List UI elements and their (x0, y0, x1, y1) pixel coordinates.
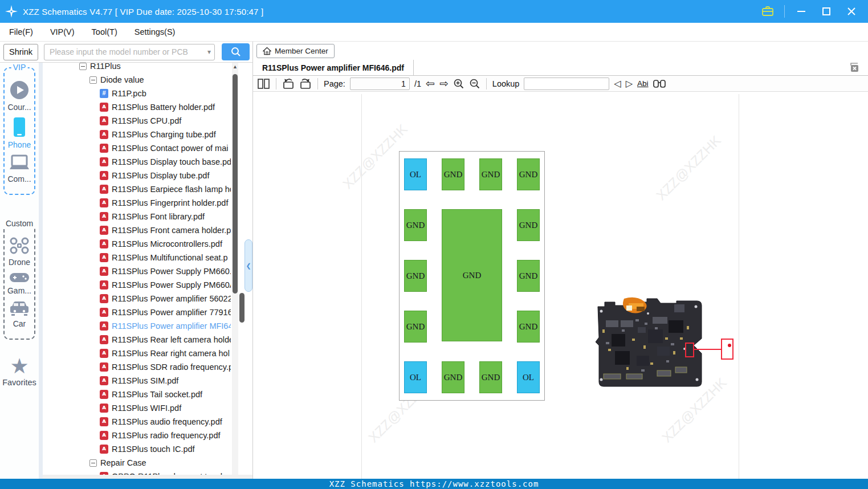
collapse-minus-icon[interactable] (89, 459, 97, 467)
zoom-in-icon[interactable] (453, 78, 464, 89)
tree-item[interactable]: R11SPlus Front camera holder.p (43, 223, 231, 237)
tree-item[interactable]: R11SPlus Multifunctional seat.p (43, 251, 231, 264)
tree-item-label: R11SPlus Tail socket.pdf (112, 390, 202, 399)
sidebar-item-com[interactable]: Com... (0, 154, 39, 184)
tree-item-label: R11SPlus Rear left camera holde (112, 335, 231, 344)
sidebar-item-favorites[interactable]: ★ Favorites (2, 356, 36, 387)
tree-item[interactable]: R11SPlus Power Supply PM660A (43, 278, 231, 292)
tree-item[interactable]: R11SPlus Display tube.pdf (43, 169, 231, 182)
pad-gnd: GND (442, 361, 464, 393)
lookup-input[interactable] (524, 78, 609, 90)
minimize-button[interactable] (793, 4, 810, 19)
pdf-file-icon (100, 404, 108, 413)
tree-item[interactable]: R11SPlus Charging tube.pdf (43, 128, 231, 141)
maximize-button[interactable] (818, 4, 835, 19)
tree-item[interactable]: R11SPlus Rear right camera hol (43, 347, 231, 360)
two-page-view-icon[interactable] (258, 79, 270, 89)
tree-item[interactable]: R11SPlus Font library.pdf (43, 210, 231, 223)
tree-item[interactable]: Diode value (43, 73, 231, 87)
menu-item-file[interactable]: File(F) (9, 27, 33, 36)
pdf-content-area[interactable]: XZZ@XZZHKXZZ@XZZHKXZZ@XZZHKXZZ@XZZHK OLG… (253, 92, 868, 479)
tree-item-label: R11SPlus Font library.pdf (112, 212, 205, 221)
rotate-left-icon[interactable] (282, 78, 295, 89)
collapse-minus-icon[interactable] (79, 63, 87, 70)
member-center-label: Member Center (275, 47, 328, 55)
tree-item[interactable]: R11SPlus Rear left camera holde (43, 333, 231, 347)
tree-item[interactable]: R11SPlus touch IC.pdf (43, 442, 231, 456)
tree-item-label: Repair Case (100, 458, 146, 467)
sidebar-item-phone[interactable]: Phone (0, 116, 39, 149)
tree-item[interactable]: Repair Case (43, 456, 231, 470)
course-play-icon (9, 80, 30, 100)
sidebar-item-drone[interactable]: Drone (0, 236, 39, 267)
tree-item[interactable]: R11SPlus audio frequency.pdf (43, 415, 231, 429)
shrink-button[interactable]: Shrink (3, 44, 38, 60)
rotate-right-icon[interactable] (299, 78, 312, 89)
collapse-minus-icon[interactable] (89, 76, 97, 84)
search-row: Shrink ▾ (0, 42, 252, 63)
tree-item[interactable]: R11SPlus Earpiece flash lamp ho (43, 182, 231, 196)
tree-item[interactable]: R11SPlus SIM.pdf (43, 374, 231, 388)
app-logo-icon (0, 0, 23, 23)
tree-item[interactable]: R11SPlus Power amplifier 56022 (43, 292, 231, 305)
panel-collapse-handle[interactable]: ❮ (244, 239, 252, 292)
tree-item[interactable]: R11SPlus Tail socket.pdf (43, 388, 231, 401)
tab-pdf-document[interactable]: R11SPlus Power amplifier MFI646.pdf (253, 60, 414, 75)
tree-item[interactable]: R11SPlus radio frequency.pdf (43, 429, 231, 442)
find-next-icon[interactable]: ▷ (626, 79, 633, 88)
pdf-file-icon (100, 335, 108, 344)
tree-item-label: R11P.pcb (112, 89, 146, 98)
pdf-file-icon (100, 212, 108, 221)
tree-item[interactable]: R11SPlus Display touch base.pd (43, 155, 231, 169)
tree-item-label: R11SPlus Power amplifier 77916 (112, 308, 231, 317)
tree-item[interactable]: R11SPlus Power amplifier MFI64 (43, 319, 231, 333)
secondary-scrollbar-thumb[interactable] (239, 293, 244, 323)
tree-item[interactable]: R11SPlus Contact power of mai (43, 141, 231, 155)
tree-item[interactable]: R11P.pcb (43, 87, 231, 100)
phone-icon (11, 116, 28, 138)
scroll-up-icon[interactable]: ▲ (232, 64, 238, 70)
menu-item-settings[interactable]: Settings(S) (135, 27, 176, 36)
tree-item[interactable]: R11SPlus Battery holder.pdf (43, 100, 231, 114)
match-case-abi-button[interactable]: Abi (637, 79, 649, 88)
tree-item[interactable]: R11SPlus WIFI.pdf (43, 401, 231, 415)
tree-item[interactable]: R11SPlus Fingerprint holder.pdf (43, 196, 231, 210)
sidebar-item-label: Phone (8, 140, 31, 149)
tree-item-label: R11SPlus SDR radio frequency.p (112, 362, 231, 372)
sidebar-item-car[interactable]: Car (0, 300, 39, 328)
next-page-icon[interactable]: ⇨ (439, 78, 449, 89)
tree-item[interactable]: OPPO R11Plus does not touch.p (43, 470, 231, 475)
zoom-out-icon[interactable] (469, 78, 480, 89)
tree-item-label: R11SPlus touch IC.pdf (112, 445, 195, 454)
close-button[interactable] (843, 4, 860, 19)
tree-item[interactable]: R11SPlus CPU.pdf (43, 114, 231, 128)
pdf-file-icon (100, 308, 108, 317)
pdf-toolbar: Page: /1 ⇦ ⇨ Lookup ◁ ▷ Abi (253, 76, 868, 92)
model-search-input[interactable] (44, 44, 215, 60)
sidebar-item-gam[interactable]: Gam... (0, 271, 39, 295)
pdf-file-icon (100, 267, 108, 276)
tree-item-label: R11SPlus Fingerprint holder.pdf (112, 198, 228, 207)
menu-item-tool[interactable]: Tool(T) (92, 27, 117, 36)
title-separator (784, 5, 785, 18)
tree-item[interactable]: R11Plus (43, 63, 231, 73)
tree-item[interactable]: R11SPlus Power amplifier 77916 (43, 305, 231, 319)
tree-item[interactable]: R11SPlus Microcontrollers.pdf (43, 237, 231, 251)
tree-horizontal-scrollbar[interactable] (43, 475, 252, 479)
prev-page-icon[interactable]: ⇦ (426, 78, 435, 89)
tree-scrollbar-thumb[interactable] (233, 74, 238, 294)
page-number-input[interactable] (350, 78, 410, 90)
tree-item[interactable]: R11SPlus Power Supply PM660. (43, 264, 231, 278)
sidebar-item-cour[interactable]: Cour... (0, 80, 39, 112)
menu-item-vip[interactable]: VIP(V) (50, 27, 75, 36)
pdf-file-icon (100, 103, 108, 112)
binoculars-search-icon[interactable] (653, 79, 666, 88)
find-prev-icon[interactable]: ◁ (614, 79, 621, 88)
tree-item[interactable]: R11SPlus SDR radio frequency.p (43, 360, 231, 374)
member-center-button[interactable]: Member Center (256, 44, 335, 58)
page-total: /1 (414, 79, 421, 88)
license-briefcase-icon[interactable] (759, 4, 776, 19)
close-all-tabs-icon[interactable] (849, 62, 860, 73)
search-button[interactable] (222, 43, 250, 60)
pad-gnd: GND (404, 311, 427, 343)
